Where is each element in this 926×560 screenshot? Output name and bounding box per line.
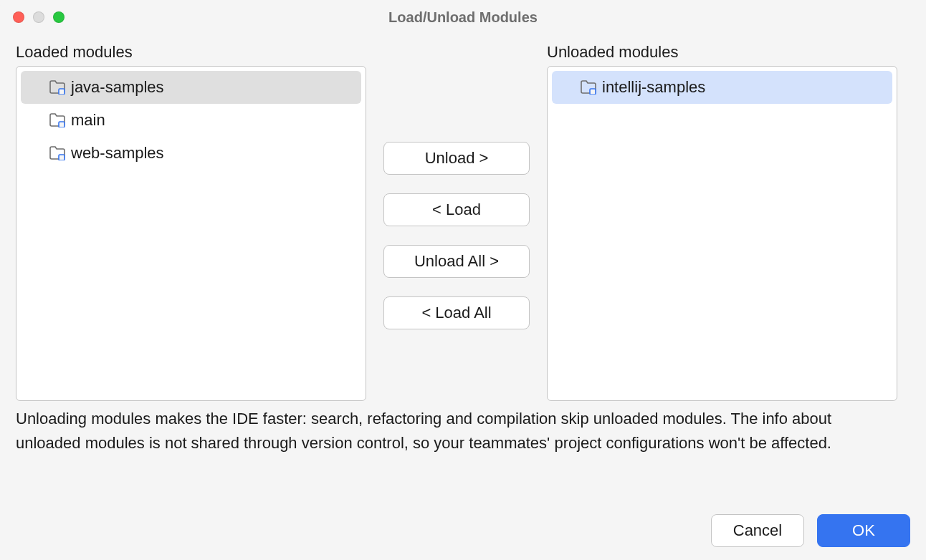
- module-item[interactable]: intellij-samples: [552, 71, 892, 104]
- svg-rect-0: [59, 89, 65, 95]
- cancel-button[interactable]: Cancel: [711, 514, 804, 547]
- loaded-label: Loaded modules: [16, 43, 366, 62]
- module-item[interactable]: java-samples: [21, 71, 361, 104]
- unloaded-modules-list[interactable]: intellij-samples: [547, 66, 897, 401]
- load-button[interactable]: < Load: [383, 193, 530, 226]
- description-text: Unloading modules makes the IDE faster: …: [16, 407, 910, 455]
- transfer-buttons: Unload > < Load Unload All > < Load All: [383, 43, 530, 401]
- module-item[interactable]: web-samples: [21, 137, 361, 170]
- module-item[interactable]: main: [21, 104, 361, 137]
- module-icon: [49, 80, 65, 95]
- module-icon: [49, 113, 65, 127]
- unload-button[interactable]: Unload >: [383, 142, 530, 175]
- module-name: web-samples: [71, 144, 164, 163]
- unloaded-label: Unloaded modules: [547, 43, 897, 62]
- module-name: main: [71, 111, 105, 130]
- svg-rect-2: [59, 155, 65, 160]
- maximize-window-button[interactable]: [53, 11, 65, 23]
- loaded-column: Loaded modules java-samples main web-sam…: [16, 43, 366, 401]
- svg-rect-1: [59, 122, 65, 127]
- window-title: Load/Unload Modules: [0, 9, 926, 26]
- svg-rect-3: [590, 89, 596, 95]
- load-all-button[interactable]: < Load All: [383, 296, 530, 329]
- close-window-button[interactable]: [13, 11, 24, 23]
- unload-all-button[interactable]: Unload All >: [383, 245, 530, 278]
- module-icon: [581, 80, 596, 95]
- module-icon: [49, 146, 65, 160]
- loaded-modules-list[interactable]: java-samples main web-samples: [16, 66, 366, 401]
- module-name: intellij-samples: [602, 78, 705, 97]
- dialog-window: Load/Unload Modules Loaded modules java-…: [0, 0, 926, 560]
- unloaded-column: Unloaded modules intellij-samples: [547, 43, 897, 401]
- traffic-lights: [13, 11, 65, 23]
- minimize-window-button[interactable]: [33, 11, 44, 23]
- footer: Cancel OK: [0, 501, 926, 560]
- titlebar: Load/Unload Modules: [0, 0, 926, 34]
- columns: Loaded modules java-samples main web-sam…: [16, 43, 910, 401]
- content: Loaded modules java-samples main web-sam…: [0, 34, 926, 501]
- ok-button[interactable]: OK: [817, 514, 910, 547]
- module-name: java-samples: [71, 78, 164, 97]
